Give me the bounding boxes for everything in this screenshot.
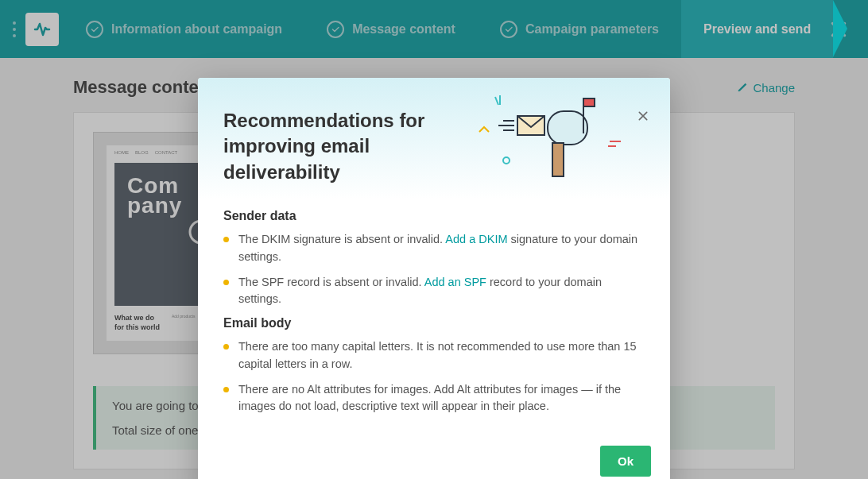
bullet-icon (223, 237, 229, 242)
recommendation-item: There are too many capital letters. It i… (223, 338, 645, 373)
rec-text: There are too many capital letters. It i… (238, 338, 645, 373)
modal-title: Recommendations for improving email deli… (223, 108, 462, 185)
modal-footer: Ok (198, 439, 670, 479)
modal-body: Sender data The DKIM signature is absent… (198, 199, 670, 439)
recommendation-list: There are too many capital letters. It i… (223, 338, 645, 415)
close-icon[interactable] (637, 110, 649, 126)
rec-text: The SPF record is absent or invalid. (238, 276, 424, 288)
ok-button[interactable]: Ok (600, 446, 651, 477)
modal-overlay: Recommendations for improving email deli… (0, 0, 868, 479)
group-title: Email body (223, 316, 645, 330)
bullet-icon (223, 387, 229, 392)
add-spf-link[interactable]: Add an SPF (424, 276, 486, 288)
bullet-icon (223, 344, 229, 350)
recommendation-item: The DKIM signature is absent or invalid.… (223, 231, 645, 266)
add-dkim-link[interactable]: Add a DKIM (445, 233, 507, 245)
mailbox-illustration (468, 95, 627, 183)
modal-header: Recommendations for improving email deli… (198, 78, 670, 199)
recommendation-item: There are no Alt attributes for images. … (223, 381, 645, 416)
svg-rect-3 (583, 99, 595, 106)
svg-rect-2 (552, 143, 564, 176)
group-title: Sender data (223, 209, 645, 223)
recommendation-item: The SPF record is absent or invalid. Add… (223, 274, 645, 309)
rec-text: The DKIM signature is absent or invalid. (238, 233, 445, 245)
recommendations-modal: Recommendations for improving email deli… (198, 78, 670, 479)
recommendation-list: The DKIM signature is absent or invalid.… (223, 231, 645, 308)
rec-text: There are no Alt attributes for images. … (238, 381, 645, 416)
svg-rect-1 (548, 111, 587, 145)
svg-point-9 (503, 157, 510, 164)
bullet-icon (223, 280, 229, 285)
